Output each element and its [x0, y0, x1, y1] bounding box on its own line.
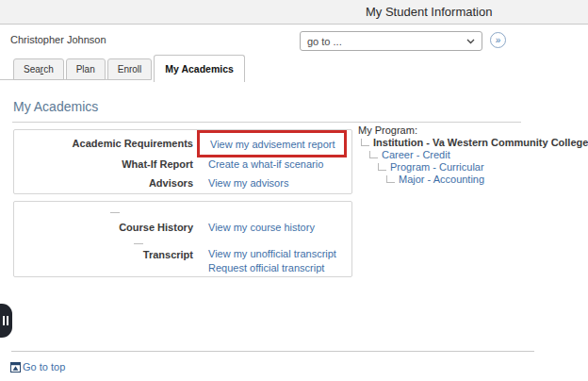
- user-name: Christopher Johnson: [10, 34, 106, 45]
- tab-plan-label: Plan: [76, 64, 95, 75]
- section-heading: My Academics: [13, 99, 98, 114]
- goto-select-value: go to ...: [307, 36, 342, 47]
- collapsed-node-dash: [110, 212, 120, 213]
- my-program-heading: My Program:: [358, 124, 588, 137]
- program-tree-institution: Institution - Va Western Community Colle…: [358, 137, 588, 149]
- go-to-top-icon: [10, 362, 21, 373]
- history-group-box: Course History View my course history Tr…: [13, 201, 352, 277]
- transcript-label: Transcript: [14, 247, 193, 275]
- goto-go-button[interactable]: »: [490, 32, 506, 48]
- tab-enroll-label: Enroll: [118, 64, 142, 75]
- collapsed-node-dash: [134, 243, 143, 244]
- program-tree-program: Program - Curricular: [358, 161, 588, 174]
- advisors-label: Advisors: [14, 177, 193, 189]
- request-official-transcript-link[interactable]: Request official transcript: [208, 261, 336, 275]
- heading-rule: [12, 122, 521, 123]
- tab-plan[interactable]: Plan: [66, 58, 106, 80]
- program-tree-major: Major - Accounting: [358, 174, 588, 186]
- double-chevron-right-icon: »: [496, 36, 501, 45]
- advisors-row: Advisors View my advisors: [14, 174, 351, 191]
- academics-group-box: Academic Requirements View my advisement…: [13, 129, 352, 194]
- view-course-history-link[interactable]: View my course history: [208, 222, 315, 233]
- transcript-row: Transcript View my unofficial transcript…: [14, 247, 351, 275]
- my-program-panel: My Program: Institution - Va Western Com…: [358, 124, 588, 186]
- go-to-top-link[interactable]: Go to top: [10, 361, 65, 373]
- program-tree-career: Career - Credit: [358, 149, 588, 161]
- tab-search-label-post: ch: [43, 64, 54, 75]
- view-advisors-link[interactable]: View my advisors: [208, 177, 288, 189]
- tab-my-academics[interactable]: My Academics: [154, 55, 245, 82]
- view-advisement-report-link[interactable]: View my advisement report: [210, 139, 335, 150]
- pause-bars-icon: [7, 316, 8, 325]
- tree-elbow-icon: [386, 175, 395, 183]
- my-student-information-page: My Student Information Christopher Johns…: [0, 0, 588, 381]
- what-if-report-label: What-If Report: [14, 158, 193, 170]
- tab-search-label-pre: Sea: [24, 64, 41, 75]
- goto-select[interactable]: go to ...: [300, 31, 482, 51]
- title-bar: My Student Information: [0, 0, 588, 25]
- tab-search[interactable]: Search: [13, 58, 64, 80]
- tree-elbow-icon: [361, 139, 369, 146]
- pause-bars-icon: [3, 316, 5, 325]
- go-to-top-label: Go to top: [23, 361, 65, 373]
- create-what-if-scenario-link[interactable]: Create a what-if scenario: [208, 158, 323, 170]
- page-title: My Student Information: [366, 5, 492, 19]
- major-link[interactable]: Major - Accounting: [399, 174, 484, 186]
- sidebar-handle[interactable]: [0, 304, 12, 338]
- red-highlight-box: View my advisement report: [197, 130, 347, 157]
- chevron-down-icon: [466, 39, 475, 44]
- tab-my-academics-label: My Academics: [165, 63, 234, 75]
- course-history-row: Course History View my course history: [14, 222, 351, 233]
- institution-label: Institution - Va Western Community Colle…: [373, 137, 588, 149]
- tree-elbow-icon: [369, 151, 378, 158]
- academic-requirements-label: Academic Requirements: [14, 138, 193, 149]
- program-link[interactable]: Program - Curricular: [390, 161, 484, 174]
- footer-rule: [11, 351, 534, 352]
- academic-requirements-row: Academic Requirements View my advisement…: [14, 132, 351, 155]
- career-link[interactable]: Career - Credit: [382, 149, 450, 161]
- what-if-report-row: What-If Report Create a what-if scenario: [14, 155, 351, 174]
- tree-elbow-icon: [378, 163, 386, 171]
- tab-enroll[interactable]: Enroll: [107, 58, 153, 80]
- view-unofficial-transcript-link[interactable]: View my unofficial transcript: [208, 247, 336, 261]
- transcript-links: View my unofficial transcript Request of…: [208, 247, 336, 275]
- course-history-label: Course History: [14, 222, 193, 233]
- tab-strip: Search Plan Enroll My Academics: [13, 55, 247, 82]
